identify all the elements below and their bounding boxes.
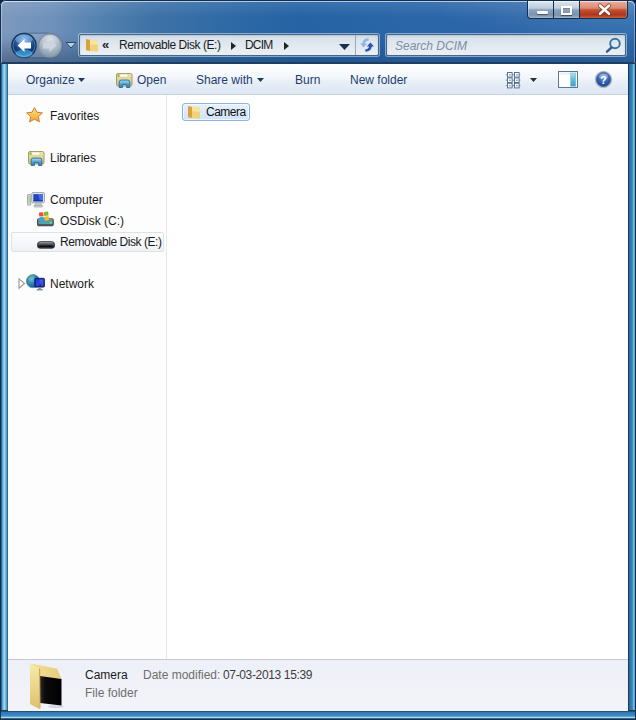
svg-text:?: ? (600, 74, 606, 86)
